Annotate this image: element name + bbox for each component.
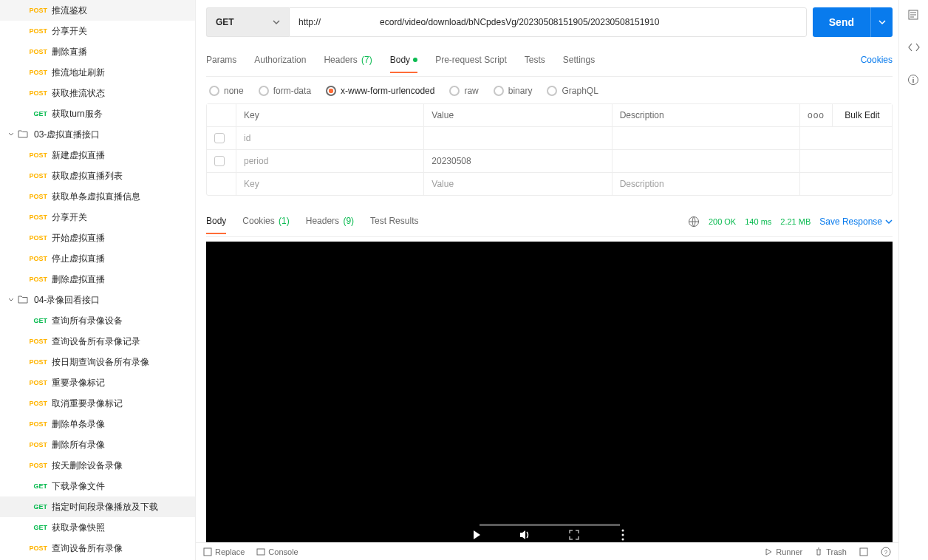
globe-icon[interactable] xyxy=(688,216,700,228)
body-type-xwww[interactable]: x-www-form-urlencoded xyxy=(326,86,434,96)
request-name: 删除所有录像 xyxy=(52,439,105,451)
info-icon[interactable] xyxy=(907,74,921,87)
save-response-button[interactable]: Save Response xyxy=(819,216,893,227)
bulk-edit-button[interactable]: Bulk Edit xyxy=(845,110,879,120)
body-type-graphql[interactable]: GraphQL xyxy=(547,86,598,96)
footer-guide-icon[interactable] xyxy=(859,547,869,557)
send-dropdown[interactable] xyxy=(870,7,893,37)
svg-point-3 xyxy=(621,539,624,541)
value-cell[interactable]: 20230508 xyxy=(424,150,612,172)
resp-tab-cookies[interactable]: Cookies (1) xyxy=(242,216,289,233)
sidebar-request-item[interactable]: POST获取推流状态 xyxy=(0,83,195,103)
table-row[interactable]: id xyxy=(207,127,892,150)
request-name: 按天删除设备录像 xyxy=(52,460,123,472)
method-badge: POST xyxy=(24,400,47,407)
sidebar-request-item[interactable]: POST按天删除设备录像 xyxy=(0,455,195,476)
code-icon[interactable] xyxy=(907,41,921,55)
value-cell[interactable] xyxy=(424,127,612,149)
request-name: 分享开关 xyxy=(52,25,87,38)
desc-cell[interactable] xyxy=(613,127,800,149)
sidebar-request-item[interactable]: POST查询设备所有录像记录 xyxy=(0,331,195,352)
body-type-binary[interactable]: binary xyxy=(494,86,533,96)
tab-body[interactable]: Body xyxy=(390,55,417,72)
sidebar[interactable]: POST推流鉴权POST分享开关POST删除直播POST推流地址刷新POST获取… xyxy=(0,0,196,560)
sidebar-folder[interactable]: 03-虚拟直播接口 xyxy=(0,124,195,145)
footer-console[interactable]: Console xyxy=(256,547,298,556)
video-progress-bar[interactable] xyxy=(480,524,620,526)
tab-prerequest[interactable]: Pre-request Script xyxy=(435,55,507,72)
method-badge: POST xyxy=(24,69,47,76)
tab-headers[interactable]: Headers (7) xyxy=(324,55,372,72)
sidebar-request-item[interactable]: GET获取turn服务 xyxy=(0,103,195,124)
sidebar-request-item[interactable]: POST新建虚拟直播 xyxy=(0,145,195,165)
more-columns-icon[interactable]: ooo xyxy=(808,110,825,120)
col-description: Description xyxy=(613,104,800,126)
request-name: 获取虚拟直播列表 xyxy=(52,170,123,182)
body-type-none[interactable]: none xyxy=(209,86,244,96)
fullscreen-icon[interactable] xyxy=(567,527,581,542)
sidebar-request-item[interactable]: GET获取录像快照 xyxy=(0,517,195,538)
method-badge: POST xyxy=(24,214,47,221)
request-name: 重要录像标记 xyxy=(52,377,105,389)
desc-cell[interactable] xyxy=(613,150,800,172)
request-name: 查询设备所有录像 xyxy=(52,542,123,555)
footer-trash[interactable]: Trash xyxy=(814,547,847,556)
sidebar-request-item[interactable]: POST分享开关 xyxy=(0,207,195,228)
documentation-icon[interactable] xyxy=(907,9,921,22)
sidebar-request-item[interactable]: POST获取虚拟直播列表 xyxy=(0,165,195,186)
row-checkbox[interactable] xyxy=(214,156,225,166)
request-name: 下载录像文件 xyxy=(52,480,105,493)
sidebar-request-item[interactable]: POST删除所有录像 xyxy=(0,434,195,455)
sidebar-folder[interactable]: 04-录像回看接口 xyxy=(0,290,195,310)
request-name: 查询设备所有录像记录 xyxy=(52,335,140,348)
method-badge: POST xyxy=(24,48,47,55)
sidebar-request-item[interactable]: POST按日期查询设备所有录像 xyxy=(0,352,195,372)
sidebar-request-item[interactable]: POST查询设备所有录像 xyxy=(0,538,195,559)
sidebar-request-item[interactable]: POST分享开关 xyxy=(0,21,195,41)
method-badge: POST xyxy=(24,379,47,386)
value-placeholder[interactable]: Value xyxy=(424,173,612,195)
method-badge: POST xyxy=(24,27,47,35)
sidebar-request-item[interactable]: GET下载录像文件 xyxy=(0,476,195,496)
key-cell[interactable]: id xyxy=(236,127,424,149)
tab-tests[interactable]: Tests xyxy=(525,55,545,72)
key-placeholder[interactable]: Key xyxy=(236,173,424,195)
sidebar-request-item[interactable]: POST推流地址刷新 xyxy=(0,62,195,83)
sidebar-request-item[interactable]: POST获取单条虚拟直播信息 xyxy=(0,186,195,207)
body-type-formdata[interactable]: form-data xyxy=(259,86,311,96)
sidebar-request-item[interactable]: POST删除单条录像 xyxy=(0,414,195,434)
table-row-new[interactable]: KeyValueDescription xyxy=(207,173,892,195)
key-cell[interactable]: period xyxy=(236,150,424,172)
sidebar-request-item[interactable]: POST开始虚拟直播 xyxy=(0,228,195,248)
sidebar-request-item[interactable]: GET指定时间段录像播放及下载 xyxy=(0,496,195,517)
url-input[interactable] xyxy=(289,7,807,37)
tab-params[interactable]: Params xyxy=(206,55,236,72)
desc-placeholder[interactable]: Description xyxy=(613,173,800,195)
table-row[interactable]: period20230508 xyxy=(207,150,892,173)
more-icon[interactable] xyxy=(615,527,630,542)
http-method-select[interactable]: GET xyxy=(206,7,289,37)
resp-tab-headers[interactable]: Headers (9) xyxy=(306,216,354,233)
response-video-preview[interactable] xyxy=(206,242,893,560)
resp-tab-tests[interactable]: Test Results xyxy=(370,216,418,233)
sidebar-request-item[interactable]: POST删除直播 xyxy=(0,41,195,62)
sidebar-request-item[interactable]: POST取消重要录像标记 xyxy=(0,393,195,414)
resp-tab-body[interactable]: Body xyxy=(206,216,226,233)
tab-settings[interactable]: Settings xyxy=(563,55,595,72)
play-icon[interactable] xyxy=(469,527,484,542)
tab-authorization[interactable]: Authorization xyxy=(254,55,306,72)
method-badge: GET xyxy=(24,503,47,511)
sidebar-request-item[interactable]: POST停止虚拟直播 xyxy=(0,248,195,269)
body-type-raw[interactable]: raw xyxy=(449,86,478,96)
send-button[interactable]: Send xyxy=(813,7,870,37)
sidebar-request-item[interactable]: POST重要录像标记 xyxy=(0,372,195,393)
volume-icon[interactable] xyxy=(518,527,533,542)
sidebar-request-item[interactable]: POST删除虚拟直播 xyxy=(0,269,195,290)
footer-help-icon[interactable]: ? xyxy=(881,547,891,557)
row-checkbox[interactable] xyxy=(214,133,225,143)
sidebar-request-item[interactable]: POST推流鉴权 xyxy=(0,0,195,21)
footer-runner[interactable]: Runner xyxy=(764,547,802,556)
footer-replace[interactable]: Replace xyxy=(203,547,245,556)
cookies-link[interactable]: Cookies xyxy=(861,55,893,72)
sidebar-request-item[interactable]: GET查询所有录像设备 xyxy=(0,310,195,331)
